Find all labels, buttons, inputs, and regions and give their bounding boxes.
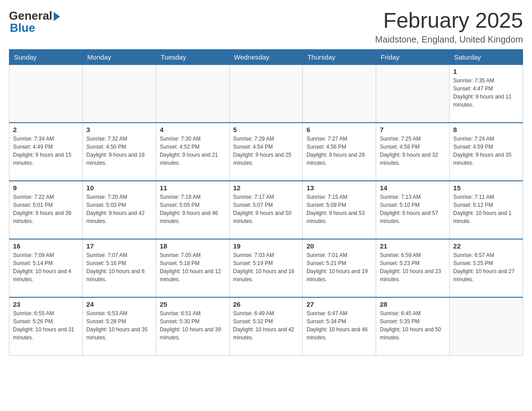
logo-line2: Blue (9, 21, 60, 35)
day-number: 28 (380, 300, 446, 308)
calendar-week-3: 9Sunrise: 7:22 AMSunset: 5:01 PMDaylight… (9, 181, 523, 239)
day-number: 1 (453, 68, 519, 75)
calendar-cell-w1-d0 (9, 64, 83, 123)
day-info: Sunrise: 7:09 AMSunset: 5:14 PMDaylight:… (13, 251, 79, 283)
day-info: Sunrise: 7:25 AMSunset: 4:58 PMDaylight:… (380, 135, 446, 167)
calendar-cell-w1-d3 (229, 64, 303, 123)
calendar-cell-w3-d2: 11Sunrise: 7:18 AMSunset: 5:05 PMDayligh… (156, 181, 229, 239)
day-number: 18 (160, 242, 226, 250)
calendar-cell-w3-d1: 10Sunrise: 7:20 AMSunset: 5:03 PMDayligh… (82, 181, 156, 239)
day-number: 27 (306, 300, 372, 308)
logo: General Blue (9, 9, 60, 35)
calendar-cell-w1-d4 (303, 64, 376, 123)
day-info: Sunrise: 6:53 AMSunset: 5:28 PMDaylight:… (86, 309, 152, 342)
calendar-cell-w2-d5: 7Sunrise: 7:25 AMSunset: 4:58 PMDaylight… (376, 123, 450, 181)
day-number: 10 (86, 184, 152, 192)
calendar-cell-w5-d6 (450, 297, 523, 355)
weekday-header-row: Sunday Monday Tuesday Wednesday Thursday… (9, 49, 523, 64)
day-number: 13 (306, 184, 372, 192)
day-number: 5 (233, 126, 299, 133)
calendar-cell-w3-d6: 15Sunrise: 7:11 AMSunset: 5:12 PMDayligh… (450, 181, 523, 239)
day-info: Sunrise: 7:24 AMSunset: 4:59 PMDaylight:… (453, 135, 519, 167)
day-info: Sunrise: 6:55 AMSunset: 5:26 PMDaylight:… (13, 309, 79, 342)
day-info: Sunrise: 7:17 AMSunset: 5:07 PMDaylight:… (233, 193, 299, 225)
calendar-cell-w5-d4: 27Sunrise: 6:47 AMSunset: 5:34 PMDayligh… (303, 297, 376, 355)
calendar-cell-w4-d4: 20Sunrise: 7:01 AMSunset: 5:21 PMDayligh… (303, 239, 376, 297)
day-info: Sunrise: 6:47 AMSunset: 5:34 PMDaylight:… (306, 309, 372, 342)
calendar-cell-w5-d1: 24Sunrise: 6:53 AMSunset: 5:28 PMDayligh… (82, 297, 156, 355)
day-info: Sunrise: 7:30 AMSunset: 4:52 PMDaylight:… (160, 135, 226, 167)
day-info: Sunrise: 7:22 AMSunset: 5:01 PMDaylight:… (13, 193, 79, 225)
day-number: 23 (13, 300, 79, 308)
day-number: 3 (86, 126, 152, 133)
calendar-week-5: 23Sunrise: 6:55 AMSunset: 5:26 PMDayligh… (9, 297, 523, 355)
day-number: 16 (13, 242, 79, 250)
calendar-week-2: 2Sunrise: 7:34 AMSunset: 4:49 PMDaylight… (9, 123, 523, 181)
calendar-cell-w5-d0: 23Sunrise: 6:55 AMSunset: 5:26 PMDayligh… (9, 297, 83, 355)
day-info: Sunrise: 7:27 AMSunset: 4:56 PMDaylight:… (306, 135, 372, 167)
calendar-cell-w4-d5: 21Sunrise: 6:59 AMSunset: 5:23 PMDayligh… (376, 239, 450, 297)
calendar-cell-w2-d1: 3Sunrise: 7:32 AMSunset: 4:50 PMDaylight… (82, 123, 156, 181)
calendar-cell-w5-d3: 26Sunrise: 6:49 AMSunset: 5:32 PMDayligh… (229, 297, 303, 355)
calendar-cell-w4-d2: 18Sunrise: 7:05 AMSunset: 5:18 PMDayligh… (156, 239, 229, 297)
day-number: 7 (380, 126, 446, 133)
calendar-cell-w1-d5 (376, 64, 450, 123)
day-info: Sunrise: 7:20 AMSunset: 5:03 PMDaylight:… (86, 193, 152, 225)
day-number: 12 (233, 184, 299, 192)
day-number: 14 (380, 184, 446, 192)
calendar-cell-w5-d5: 28Sunrise: 6:45 AMSunset: 5:35 PMDayligh… (376, 297, 450, 355)
calendar-cell-w2-d6: 8Sunrise: 7:24 AMSunset: 4:59 PMDaylight… (450, 123, 523, 181)
day-number: 19 (233, 242, 299, 250)
day-number: 15 (453, 184, 519, 192)
day-info: Sunrise: 7:35 AMSunset: 4:47 PMDaylight:… (453, 77, 519, 109)
title-section: February 2025 Maidstone, England, United… (375, 9, 523, 45)
header-monday: Monday (82, 49, 156, 64)
header-thursday: Thursday (303, 49, 376, 64)
calendar-cell-w5-d2: 25Sunrise: 6:51 AMSunset: 5:30 PMDayligh… (156, 297, 229, 355)
day-number: 8 (453, 126, 519, 133)
calendar-cell-w1-d6: 1Sunrise: 7:35 AMSunset: 4:47 PMDaylight… (450, 64, 523, 123)
day-number: 26 (233, 300, 299, 308)
day-info: Sunrise: 6:51 AMSunset: 5:30 PMDaylight:… (160, 309, 226, 342)
day-info: Sunrise: 6:59 AMSunset: 5:23 PMDaylight:… (380, 251, 446, 283)
day-number: 6 (306, 126, 372, 133)
calendar-cell-w1-d1 (82, 64, 156, 123)
day-info: Sunrise: 7:29 AMSunset: 4:54 PMDaylight:… (233, 135, 299, 167)
logo-arrow-icon (54, 12, 60, 21)
calendar-cell-w4-d0: 16Sunrise: 7:09 AMSunset: 5:14 PMDayligh… (9, 239, 83, 297)
header-saturday: Saturday (450, 49, 523, 64)
day-info: Sunrise: 7:11 AMSunset: 5:12 PMDaylight:… (453, 193, 519, 225)
day-info: Sunrise: 7:01 AMSunset: 5:21 PMDaylight:… (306, 251, 372, 283)
calendar-subtitle: Maidstone, England, United Kingdom (375, 34, 523, 45)
header-wednesday: Wednesday (229, 49, 303, 64)
day-info: Sunrise: 7:15 AMSunset: 5:09 PMDaylight:… (306, 193, 372, 225)
calendar-cell-w3-d5: 14Sunrise: 7:13 AMSunset: 5:10 PMDayligh… (376, 181, 450, 239)
day-number: 2 (13, 126, 79, 133)
day-info: Sunrise: 7:34 AMSunset: 4:49 PMDaylight:… (13, 135, 79, 167)
calendar-cell-w3-d0: 9Sunrise: 7:22 AMSunset: 5:01 PMDaylight… (9, 181, 83, 239)
calendar-cell-w2-d0: 2Sunrise: 7:34 AMSunset: 4:49 PMDaylight… (9, 123, 83, 181)
header-sunday: Sunday (9, 49, 83, 64)
day-info: Sunrise: 7:03 AMSunset: 5:19 PMDaylight:… (233, 251, 299, 283)
day-number: 21 (380, 242, 446, 250)
day-number: 9 (13, 184, 79, 192)
calendar-cell-w3-d4: 13Sunrise: 7:15 AMSunset: 5:09 PMDayligh… (303, 181, 376, 239)
day-number: 25 (160, 300, 226, 308)
calendar-cell-w1-d2 (156, 64, 229, 123)
day-info: Sunrise: 7:18 AMSunset: 5:05 PMDaylight:… (160, 193, 226, 225)
day-number: 11 (160, 184, 226, 192)
day-info: Sunrise: 7:05 AMSunset: 5:18 PMDaylight:… (160, 251, 226, 283)
day-info: Sunrise: 6:57 AMSunset: 5:25 PMDaylight:… (453, 251, 519, 283)
calendar-table: Sunday Monday Tuesday Wednesday Thursday… (9, 49, 523, 356)
header-friday: Friday (376, 49, 450, 64)
day-info: Sunrise: 6:49 AMSunset: 5:32 PMDaylight:… (233, 309, 299, 342)
day-info: Sunrise: 7:07 AMSunset: 5:16 PMDaylight:… (86, 251, 152, 283)
day-number: 22 (453, 242, 519, 250)
calendar-cell-w2-d2: 4Sunrise: 7:30 AMSunset: 4:52 PMDaylight… (156, 123, 229, 181)
calendar-cell-w4-d3: 19Sunrise: 7:03 AMSunset: 5:19 PMDayligh… (229, 239, 303, 297)
day-number: 24 (86, 300, 152, 308)
calendar-week-1: 1Sunrise: 7:35 AMSunset: 4:47 PMDaylight… (9, 64, 523, 123)
calendar-cell-w3-d3: 12Sunrise: 7:17 AMSunset: 5:07 PMDayligh… (229, 181, 303, 239)
day-info: Sunrise: 6:45 AMSunset: 5:35 PMDaylight:… (380, 309, 446, 342)
day-number: 17 (86, 242, 152, 250)
